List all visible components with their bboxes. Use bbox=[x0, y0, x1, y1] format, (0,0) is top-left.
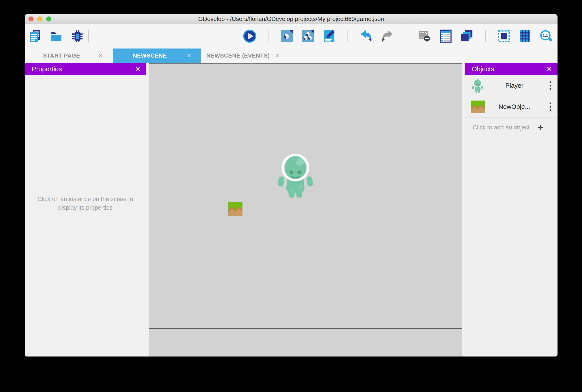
window-title: GDevelop - /Users/florian/GDevelop proje… bbox=[198, 16, 384, 22]
undo-icon bbox=[359, 29, 373, 43]
undo-button[interactable] bbox=[359, 29, 373, 43]
redo-icon bbox=[381, 29, 394, 43]
open-project-button[interactable] bbox=[50, 29, 63, 43]
traffic-lights bbox=[29, 16, 51, 22]
close-icon[interactable]: ✕ bbox=[546, 66, 552, 72]
properties-empty-message: Click on an instance on the scene to dis… bbox=[35, 195, 136, 212]
preview-play-button[interactable] bbox=[243, 29, 257, 43]
toolbar-separator bbox=[485, 30, 486, 42]
add-object-label: Click to add an object bbox=[465, 124, 538, 131]
bug-icon bbox=[71, 29, 84, 43]
documents-icon bbox=[28, 29, 42, 43]
properties-panel-header: Properties ✕ bbox=[25, 62, 146, 75]
object-row-player[interactable]: Player bbox=[465, 75, 557, 96]
toolbar-right-group: 1:1 bbox=[243, 29, 553, 43]
tab-label: NEWSCENE bbox=[113, 52, 187, 59]
close-icon[interactable]: ✕ bbox=[135, 66, 141, 72]
window-mask-button[interactable] bbox=[497, 29, 511, 43]
properties-panel: Properties ✕ Click on an instance on the… bbox=[25, 62, 146, 356]
scene-canvas[interactable] bbox=[149, 62, 462, 356]
window-titlebar[interactable]: GDevelop - /Users/florian/GDevelop proje… bbox=[25, 14, 557, 24]
object-row-newobject[interactable]: NewObje... bbox=[465, 96, 557, 118]
player-icon bbox=[470, 78, 485, 92]
gdevelop-window: GDevelop - /Users/florian/GDevelop proje… bbox=[25, 14, 557, 356]
properties-panel-title: Properties bbox=[32, 65, 135, 73]
tab-newscene-events[interactable]: NEWSCENE (EVENTS) ✕ bbox=[201, 48, 289, 62]
zoom-original-button[interactable]: 1:1 bbox=[539, 29, 553, 43]
hide-instances-button[interactable] bbox=[418, 29, 431, 43]
redo-button[interactable] bbox=[381, 29, 394, 43]
tab-start-page[interactable]: START PAGE ✕ bbox=[25, 48, 113, 62]
object-groups-icon bbox=[301, 29, 315, 43]
filmstrip-minus-icon bbox=[418, 29, 431, 43]
plus-icon[interactable]: + bbox=[538, 122, 557, 134]
editor-content: Properties ✕ Click on an instance on the… bbox=[25, 62, 557, 356]
close-window-button[interactable] bbox=[29, 16, 34, 22]
editor-tabbar: START PAGE ✕ NEWSCENE ✕ NEWSCENE (EVENTS… bbox=[25, 48, 557, 62]
grid-icon bbox=[518, 29, 532, 43]
panel-splitter[interactable] bbox=[462, 62, 465, 356]
toolbar-separator bbox=[406, 30, 406, 42]
toolbar-separator bbox=[268, 30, 269, 42]
open-folder-icon bbox=[50, 29, 63, 43]
debugger-button[interactable] bbox=[71, 29, 84, 43]
objects-panel-title: Objects bbox=[472, 65, 546, 73]
objects-panel-button[interactable] bbox=[280, 29, 294, 43]
scene-boundary-line bbox=[149, 328, 462, 329]
tab-label: NEWSCENE (EVENTS) bbox=[201, 52, 275, 59]
toolbar-separator bbox=[347, 30, 348, 42]
layers-icon bbox=[460, 29, 474, 43]
newobject-instance[interactable] bbox=[228, 202, 242, 216]
play-icon bbox=[243, 29, 257, 43]
project-manager-button[interactable] bbox=[28, 29, 42, 43]
instances-list-icon bbox=[439, 29, 452, 43]
scene-properties-button[interactable] bbox=[322, 29, 336, 43]
tab-close-icon[interactable]: ✕ bbox=[187, 52, 201, 59]
tab-newscene[interactable]: NEWSCENE ✕ bbox=[113, 48, 201, 62]
toolbar-left-group bbox=[28, 29, 84, 43]
player-instance[interactable] bbox=[278, 154, 313, 198]
object-groups-button[interactable] bbox=[301, 29, 315, 43]
object-name: NewObje... bbox=[485, 103, 543, 110]
objects-panel-header: Objects ✕ bbox=[465, 62, 557, 75]
panel-splitter[interactable] bbox=[146, 62, 149, 356]
desktop-background: GDevelop - /Users/florian/GDevelop proje… bbox=[0, 0, 582, 392]
svg-text:1:1: 1:1 bbox=[543, 34, 548, 38]
objects-panel: Objects ✕ Player NewObje... bbox=[465, 62, 557, 356]
object-menu-kebab-icon[interactable] bbox=[543, 81, 557, 90]
window-mask-icon bbox=[497, 29, 511, 43]
tab-close-icon[interactable]: ✕ bbox=[98, 52, 113, 59]
zoom-1-1-icon: 1:1 bbox=[539, 29, 553, 43]
layers-button[interactable] bbox=[460, 29, 474, 43]
edit-pencil-icon bbox=[322, 29, 336, 43]
zoom-window-button[interactable] bbox=[46, 16, 51, 22]
object-cube-icon bbox=[280, 29, 294, 43]
minimize-window-button[interactable] bbox=[37, 16, 42, 22]
toolbar-separator bbox=[88, 30, 89, 42]
instances-list-button[interactable] bbox=[439, 29, 452, 43]
tab-close-icon[interactable]: ✕ bbox=[275, 52, 289, 59]
grass-tile-icon bbox=[470, 100, 485, 113]
add-object-row[interactable]: Click to add an object + bbox=[465, 118, 557, 137]
object-menu-kebab-icon[interactable] bbox=[543, 102, 557, 111]
tab-label: START PAGE bbox=[25, 52, 98, 59]
grid-button[interactable] bbox=[518, 29, 532, 43]
object-name: Player bbox=[485, 82, 543, 89]
main-toolbar: 1:1 bbox=[25, 24, 557, 48]
